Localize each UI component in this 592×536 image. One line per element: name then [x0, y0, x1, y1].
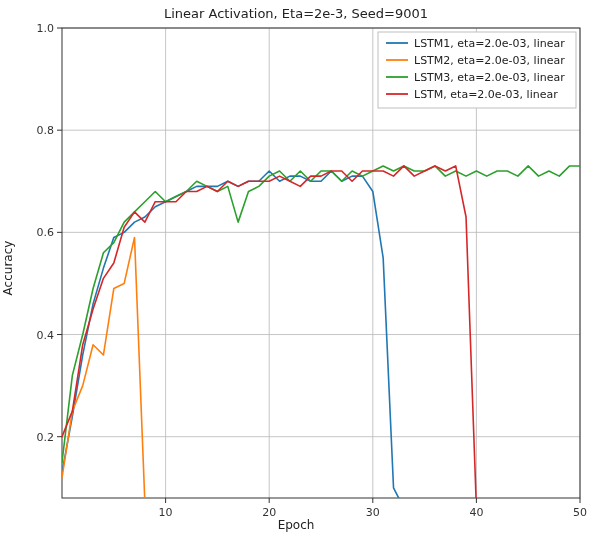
chart-svg: 10203040500.20.40.60.81.0LSTM1, eta=2.0e…: [0, 0, 592, 536]
x-tick-label: 20: [262, 506, 276, 519]
chart-root: Linear Activation, Eta=2e-3, Seed=9001 A…: [0, 0, 592, 536]
x-tick-label: 10: [159, 506, 173, 519]
legend-label: LSTM2, eta=2.0e-03, linear: [414, 54, 565, 67]
x-tick-label: 50: [573, 506, 587, 519]
y-tick-label: 0.6: [37, 226, 55, 239]
y-tick-label: 1.0: [37, 22, 55, 35]
x-tick-label: 30: [366, 506, 380, 519]
legend: LSTM1, eta=2.0e-03, linearLSTM2, eta=2.0…: [378, 32, 576, 108]
y-tick-label: 0.8: [37, 124, 55, 137]
legend-label: LSTM, eta=2.0e-03, linear: [414, 88, 558, 101]
y-tick-label: 0.2: [37, 431, 55, 444]
legend-label: LSTM1, eta=2.0e-03, linear: [414, 37, 565, 50]
legend-label: LSTM3, eta=2.0e-03, linear: [414, 71, 565, 84]
y-tick-label: 0.4: [37, 329, 55, 342]
x-tick-label: 40: [469, 506, 483, 519]
